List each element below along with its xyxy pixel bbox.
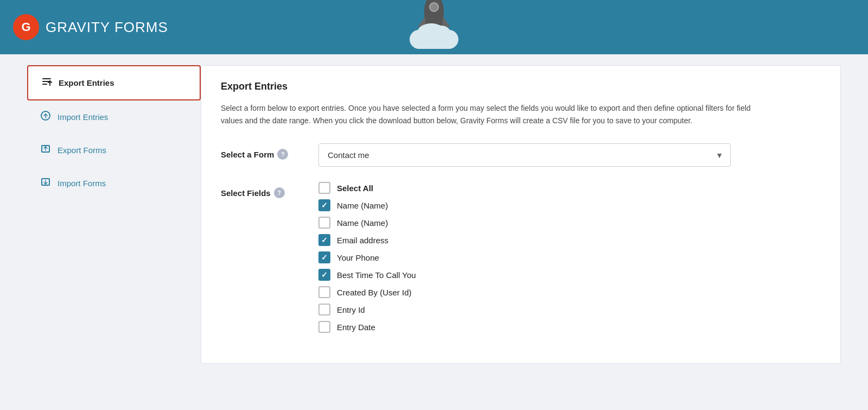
checkbox-list: Select AllName (Name)Name (Name)Email ad… [318, 182, 821, 333]
select-fields-label: Select Fields ? [221, 182, 308, 198]
sidebar-label-export-entries: Export Entries [59, 78, 114, 87]
logo-text: GRAVITY FORMS [46, 19, 168, 36]
checkbox-label-name-1: Name (Name) [337, 201, 388, 210]
checkbox-item: Email address [318, 234, 821, 246]
checkbox-list-area: Select AllName (Name)Name (Name)Email ad… [318, 182, 821, 333]
select-fields-row: Select Fields ? Select AllName (Name)Nam… [221, 182, 821, 333]
checkbox-name-2[interactable] [318, 217, 330, 229]
sidebar-item-import-entries[interactable]: Import Entries [27, 100, 201, 134]
checkbox-select-all[interactable] [318, 182, 330, 194]
form-select[interactable]: Contact me [318, 143, 731, 167]
checkbox-label-entry-date: Entry Date [337, 323, 375, 332]
checkbox-best-time[interactable] [318, 269, 330, 281]
page-title: Export Entries [221, 81, 821, 92]
select-fields-help[interactable]: ? [274, 187, 285, 198]
select-form-help[interactable]: ? [277, 149, 288, 160]
checkbox-phone[interactable] [318, 251, 330, 263]
checkbox-label-best-time: Best Time To Call You [337, 270, 416, 280]
checkbox-label-created-by: Created By (User Id) [337, 288, 412, 297]
checkbox-email[interactable] [318, 234, 330, 246]
sidebar-item-import-forms[interactable]: Import Forms [27, 167, 201, 200]
rocket-window [429, 2, 439, 12]
checkbox-item: Name (Name) [318, 199, 821, 211]
cloud [410, 30, 458, 49]
sidebar-label-export-forms: Export Forms [58, 146, 106, 155]
checkbox-name-1[interactable] [318, 199, 330, 211]
app-header: G GRAVITY FORMS [0, 0, 868, 54]
description-text: Select a form below to export entries. O… [221, 102, 763, 127]
sidebar-label-import-forms: Import Forms [58, 179, 106, 188]
import-forms-icon [40, 176, 51, 190]
logo-icon: G [13, 14, 39, 40]
import-entries-icon [40, 110, 51, 124]
checkbox-label-name-2: Name (Name) [337, 218, 388, 228]
checkbox-item: Created By (User Id) [318, 286, 821, 298]
rocket-illustration [401, 0, 467, 54]
checkbox-entry-date[interactable] [318, 321, 330, 333]
checkbox-item: Best Time To Call You [318, 269, 821, 281]
sidebar-label-import-entries: Import Entries [58, 112, 108, 122]
form-control-select: Contact me ▼ [318, 143, 821, 167]
form-select-wrapper: Contact me ▼ [318, 143, 731, 167]
checkbox-item: Entry Date [318, 321, 821, 333]
checkbox-created-by[interactable] [318, 286, 330, 298]
sidebar-item-export-forms[interactable]: Export Forms [27, 134, 201, 167]
checkbox-entry-id[interactable] [318, 304, 330, 316]
main-container: Export Entries Import Entries Export [27, 65, 841, 364]
checkbox-item: Entry Id [318, 304, 821, 316]
checkbox-item: Name (Name) [318, 217, 821, 229]
checkbox-item: Select All [318, 182, 821, 194]
sidebar: Export Entries Import Entries Export [27, 65, 201, 364]
checkbox-item: Your Phone [318, 251, 821, 263]
checkbox-label-email: Email address [337, 236, 388, 245]
select-form-label: Select a Form ? [221, 143, 308, 160]
select-form-row: Select a Form ? Contact me ▼ [221, 143, 821, 167]
logo: G GRAVITY FORMS [13, 14, 168, 40]
export-entries-icon [41, 76, 52, 90]
checkbox-label-select-all: Select All [337, 184, 373, 193]
checkbox-label-entry-id: Entry Id [337, 305, 365, 314]
sidebar-item-export-entries[interactable]: Export Entries [27, 65, 201, 100]
export-forms-icon [40, 143, 51, 157]
checkbox-label-phone: Your Phone [337, 253, 379, 262]
main-content: Export Entries Select a form below to ex… [201, 65, 841, 364]
